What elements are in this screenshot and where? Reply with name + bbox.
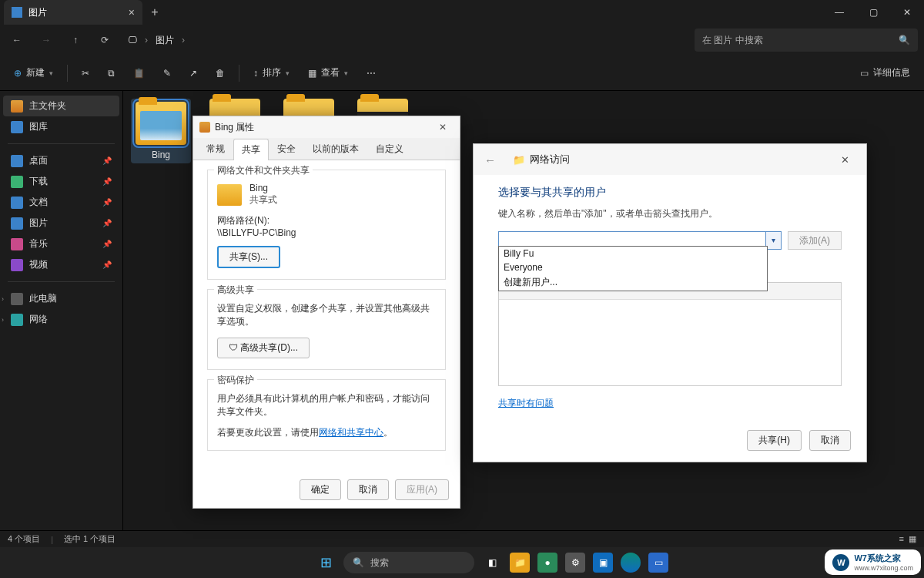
tab-share[interactable]: 共享 [233,139,269,160]
dialog-titlebar[interactable]: Bing 属性 ✕ [193,116,460,138]
dropdown-option[interactable]: Billy Fu [499,247,767,260]
dropdown-option[interactable]: 创建新用户... [499,274,767,291]
tab-security[interactable]: 安全 [269,138,304,160]
up-button[interactable]: ↑ [65,29,86,51]
minimize-button[interactable]: — [822,0,856,25]
new-tab-button[interactable]: + [142,5,167,19]
navbar: ← → ↑ ⟳ 🖵 › 图片 › 在 图片 中搜索 🔍 [0,25,924,55]
sidebar-item-videos[interactable]: 视频📌 [3,254,119,275]
chevron-right-icon: › [145,35,148,45]
taskbar-app-store[interactable]: ▣ [593,553,613,573]
rename-button[interactable]: ✎ [159,62,176,85]
cut-button[interactable]: ✂ [77,62,94,85]
documents-icon [11,197,23,209]
close-tab-icon[interactable]: × [129,6,135,18]
start-button[interactable]: ⊞ [316,553,336,573]
sort-button[interactable]: ↕ 排序▾ [249,62,294,85]
dialog-titlebar[interactable]: ← 📁 网络访问 ✕ [474,144,866,175]
close-dialog-button[interactable]: ✕ [432,122,454,133]
sidebar-item-library[interactable]: 图库 [3,116,119,137]
videos-icon [11,259,23,271]
taskbar-search[interactable]: 🔍搜索 [343,552,474,573]
shared-folder-name: Bing [249,183,277,193]
taskbar-app[interactable]: ⚙ [565,553,585,573]
new-button[interactable]: ⊕新建▾ [9,62,58,85]
breadcrumb[interactable]: 🖵 › 图片 › [128,34,185,47]
taskbar-app-edge[interactable] [621,553,641,573]
tab-general[interactable]: 常规 [198,138,233,160]
sidebar-item-desktop[interactable]: 桌面📌 [3,150,119,171]
gallery-icon [11,121,23,133]
maximize-button[interactable]: ▢ [856,0,890,25]
taskbar-app[interactable]: ● [537,553,557,573]
ok-button[interactable]: 确定 [300,479,341,500]
dialog-footer: 共享(H) 取消 [747,430,851,451]
desktop-icon [11,155,23,167]
copy-button[interactable]: ⧉ [103,62,119,85]
downloads-icon [11,176,23,188]
chevron-right-icon[interactable]: › [2,316,4,324]
sidebar-item-network[interactable]: ›网络 [3,309,119,330]
sidebar-item-downloads[interactable]: 下载📌 [3,171,119,192]
search-input[interactable]: 在 图片 中搜索 🔍 [695,29,918,52]
pin-icon: 📌 [102,198,112,207]
dropdown-option[interactable]: Everyone [499,260,767,274]
network-path-label: 网络路径(N): [217,214,436,227]
network-sharing-group: 网络文件和文件夹共享 Bing 共享式 网络路径(N): \\BILLYFU-P… [207,170,446,280]
folder-icon [217,184,242,206]
home-icon [11,100,23,113]
view-grid-icon[interactable]: ▦ [909,534,916,544]
more-button[interactable]: ⋯ [362,62,380,85]
taskbar-app-explorer[interactable]: 📁 [510,553,530,573]
pin-icon: 📌 [102,156,112,165]
tab-customize[interactable]: 自定义 [367,138,412,160]
sidebar-item-home[interactable]: 主文件夹 [3,96,119,116]
share-button[interactable]: ↗ [185,62,202,85]
chevron-right-icon[interactable]: › [2,295,4,303]
breadcrumb-item[interactable]: 图片 [156,34,174,47]
item-count: 4 个项目 [8,533,40,545]
statusbar: 4 个项目 | 选中 1 个项目 ≡ ▦ [0,530,924,547]
task-view-button[interactable]: ◧ [482,553,502,573]
view-button[interactable]: ▦ 查看▾ [303,62,353,85]
close-window-button[interactable]: ✕ [890,0,924,25]
back-button[interactable]: ← [484,153,496,166]
paste-button[interactable]: 📋 [129,62,149,85]
apply-button[interactable]: 应用(A) [395,479,449,500]
dropdown-arrow-button[interactable]: ▾ [766,231,782,250]
pin-icon: 📌 [102,219,112,227]
window-tab[interactable]: 图片 × [4,0,142,25]
sharing-help-link[interactable]: 共享时有问题 [498,398,554,408]
back-button[interactable]: ← [6,29,28,51]
details-pane-button[interactable]: ▭ 详细信息 [855,62,915,85]
folder-icon [199,122,210,133]
add-button[interactable]: 添加(A) [788,231,842,250]
refresh-button[interactable]: ⟳ [94,29,116,51]
sidebar-item-music[interactable]: 音乐📌 [3,234,119,254]
delete-button[interactable]: 🗑 [211,62,229,85]
sidebar-item-thispc[interactable]: ›此电脑 [3,288,119,309]
folder-label: Bing [131,150,191,160]
pin-icon: 📌 [102,260,112,269]
cancel-button[interactable]: 取消 [347,479,389,500]
folder-item-bing[interactable]: Bing [131,99,191,163]
search-placeholder: 在 图片 中搜索 [702,34,763,47]
close-dialog-button[interactable]: ✕ [834,154,855,166]
dialog-body: 网络文件和文件夹共享 Bing 共享式 网络路径(N): \\BILLYFU-P… [193,160,460,469]
window-controls: — ▢ ✕ [822,0,924,25]
user-dropdown: Billy Fu Everyone 创建新用户... [498,246,768,291]
network-icon: 📁 [513,154,525,166]
tab-title: 图片 [28,6,47,19]
tab-previous-versions[interactable]: 以前的版本 [304,138,367,160]
forward-button[interactable]: → [35,29,57,51]
share-confirm-button[interactable]: 共享(H) [747,430,802,451]
cancel-button[interactable]: 取消 [809,430,851,451]
share-button[interactable]: 共享(S)... [217,246,280,268]
sidebar-item-documents[interactable]: 文档📌 [3,192,119,213]
sidebar-item-pictures[interactable]: 图片📌 [3,213,119,234]
advanced-share-button[interactable]: 🛡 高级共享(D)... [217,338,310,358]
view-list-icon[interactable]: ≡ [899,534,904,544]
network-center-link[interactable]: 网络和共享中心 [319,427,383,438]
shared-users-list[interactable] [498,282,842,386]
taskbar-app[interactable]: ▭ [648,553,668,573]
